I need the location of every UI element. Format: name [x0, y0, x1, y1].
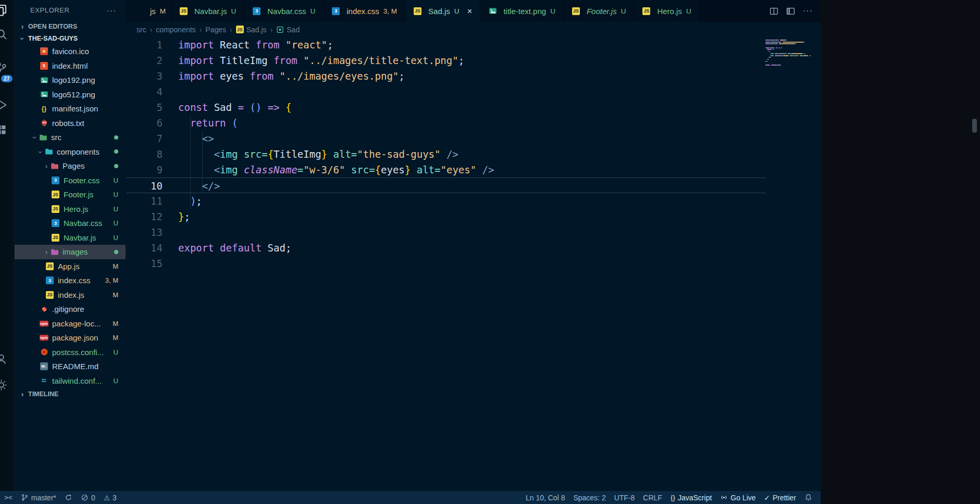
code-text[interactable]: import TitleImg from "../images/title-te…	[178, 53, 464, 68]
layout-icon[interactable]	[786, 7, 795, 16]
git-status-badge: U	[114, 219, 118, 227]
more-actions-icon[interactable]: ···	[803, 6, 813, 16]
git-status-badge: U	[114, 177, 118, 184]
tree-item-label: manifest.json	[52, 104, 98, 113]
code-text[interactable]: <>	[178, 131, 214, 146]
close-icon[interactable]: ×	[467, 7, 472, 16]
activity-account-icon[interactable]	[0, 353, 8, 366]
activity-run-debug-icon[interactable]	[0, 99, 8, 111]
tree-item-pages[interactable]: ›Pages	[15, 159, 126, 173]
tree-item-navbar-js[interactable]: JSNavbar.jsU	[15, 231, 126, 245]
tree-item-footer-js[interactable]: JSFooter.jsU	[15, 187, 126, 202]
tree-item-hero-js[interactable]: JSHero.jsU	[15, 202, 126, 217]
timeline-section[interactable]: › TIMELINE	[15, 388, 126, 400]
tab-navbar-css[interactable]: 3Navbar.cssU	[244, 0, 324, 22]
activity-extensions-icon[interactable]	[0, 124, 8, 136]
tree-item-navbar-css[interactable]: 3Navbar.cssU	[15, 216, 126, 231]
status-go-live[interactable]: Go Live	[716, 491, 760, 504]
tree-item-app-js[interactable]: JSApp.jsM	[15, 259, 126, 274]
tab-app-js-partial[interactable]: jsM	[126, 0, 171, 22]
tree-item-package-loc[interactable]: npmpackage-loc...M	[15, 317, 126, 331]
tree-item-logo512-png[interactable]: logo512.png	[15, 87, 126, 102]
code-text[interactable]: export default Sad;	[178, 240, 291, 256]
tree-item-favicon-ico[interactable]: ★favicon.ico	[15, 44, 126, 59]
status-bar: ><master*0⚠3 Ln 10, Col 8Spaces: 2UTF-8C…	[0, 491, 821, 504]
status-indentation[interactable]: Spaces: 2	[569, 491, 610, 504]
breadcrumb-item-pages[interactable]: Pages	[205, 26, 226, 34]
js-icon: JS	[51, 190, 60, 199]
tree-item-postcss-confi[interactable]: postcss.confi...U	[15, 345, 126, 360]
tree-item-logo192-png[interactable]: logo192.png	[15, 73, 126, 87]
status-remote-indicator[interactable]: ><	[0, 491, 17, 504]
explorer-title: EXPLORER	[30, 6, 70, 14]
status-prettier[interactable]: ✓Prettier	[760, 491, 800, 504]
breadcrumb-item-src[interactable]: src	[137, 26, 146, 34]
split-editor-icon[interactable]	[770, 7, 778, 16]
tab-footer-js[interactable]: JSFooter.jsU	[564, 0, 635, 22]
status-language-mode[interactable]: {}JavaScript	[666, 491, 716, 504]
tree-item-manifest-json[interactable]: {}manifest.json	[15, 102, 126, 116]
tree-item-src[interactable]: ›src	[15, 130, 126, 145]
status-encoding[interactable]: UTF-8	[610, 491, 639, 504]
tab-label: Sad.js	[428, 7, 450, 16]
status-cursor-position[interactable]: Ln 10, Col 8	[522, 491, 569, 504]
code-editor[interactable]: 1import React from "react";2import Title…	[126, 37, 821, 491]
breadcrumb-item-components[interactable]: components	[156, 26, 195, 34]
tree-item-package-json[interactable]: npmpackage.jsonM	[15, 331, 126, 345]
tree-item-components[interactable]: ›components	[15, 145, 126, 159]
code-text[interactable]: </>	[178, 178, 220, 193]
status-errors[interactable]: 0	[77, 491, 100, 504]
line-number: 8	[126, 146, 163, 162]
tree-item-footer-css[interactable]: 3Footer.cssU	[15, 173, 126, 188]
code-text[interactable]: import React from "react";	[178, 37, 333, 53]
activity-source-control-icon[interactable]	[0, 61, 8, 74]
code-text[interactable]: import eyes from "../images/eyes.png";	[178, 68, 405, 84]
explorer-more-actions-icon[interactable]: ···	[107, 6, 116, 15]
code-text[interactable]: return (	[178, 115, 238, 131]
status-sync-icon	[65, 494, 72, 501]
status-notifications[interactable]	[800, 491, 816, 504]
chevron-right-icon: ›	[19, 389, 26, 398]
tailwind-icon: ≈	[40, 376, 48, 385]
status-eol[interactable]: CRLF	[639, 491, 666, 504]
tab-index-css[interactable]: 3index.css3, M	[324, 0, 405, 22]
tree-item-index-js[interactable]: JSindex.jsM	[15, 288, 126, 303]
code-text[interactable]: <img className="w-3/6" src={eyes} alt="e…	[178, 162, 494, 178]
code-text[interactable]: <img src={TitleImg} alt="the-sad-guys" /…	[178, 146, 458, 162]
open-editors-section[interactable]: › OPEN EDITORS	[15, 20, 126, 32]
breadcrumb-item-sad-js[interactable]: JSSad.js	[236, 26, 267, 34]
background-scrollbar-thumb[interactable]	[972, 119, 977, 133]
project-section[interactable]: › THE-SAD-GUYS	[15, 32, 126, 44]
tab-title-text-png[interactable]: title-text.pngU	[480, 0, 563, 22]
explorer-title-row: EXPLORER ···	[15, 0, 126, 20]
tree-item-robots-txt[interactable]: robots.txt	[15, 116, 126, 131]
minimap[interactable]	[765, 40, 813, 68]
activity-files-icon[interactable]	[0, 4, 8, 17]
status-git-branch[interactable]: master*	[17, 491, 60, 504]
robot-icon	[40, 119, 48, 128]
code-line-13: 13	[126, 224, 766, 240]
activity-settings-icon[interactable]	[0, 379, 8, 392]
tab-hero-js[interactable]: JSHero.jsU	[634, 0, 699, 22]
tree-item-label: favicon.ico	[52, 47, 89, 56]
status-sync-changes[interactable]	[60, 491, 77, 504]
code-text[interactable]: const Sad = () => {	[178, 99, 291, 115]
tree-item-readme-md[interactable]: M↓README.md	[15, 359, 126, 374]
image-icon	[40, 75, 48, 84]
status-warnings[interactable]: ⚠3	[100, 491, 121, 504]
tree-item-tailwind-conf[interactable]: ≈tailwind.conf...U	[15, 374, 126, 388]
breadcrumb-item-sad[interactable]: Sad	[276, 26, 300, 34]
tree-item-index-html[interactable]: 5index.html	[15, 59, 126, 73]
tree-item-gitignore[interactable]: .gitignore	[15, 302, 126, 317]
tab-sad-js[interactable]: JSSad.jsU×	[405, 0, 480, 22]
line-number: 15	[126, 256, 163, 271]
tree-item-images[interactable]: ›images	[15, 245, 126, 259]
code-line-3: 3import eyes from "../images/eyes.png";	[126, 68, 766, 84]
activity-search-icon[interactable]	[0, 28, 8, 41]
npm-icon: npm	[40, 333, 48, 342]
tab-label: Navbar.js	[194, 7, 227, 16]
tab-navbar-js[interactable]: JSNavbar.jsU	[171, 0, 244, 22]
minimap-line	[765, 61, 813, 62]
tree-item-index-css[interactable]: 3index.css3, M	[15, 273, 126, 288]
code-text[interactable]: };	[178, 209, 190, 224]
